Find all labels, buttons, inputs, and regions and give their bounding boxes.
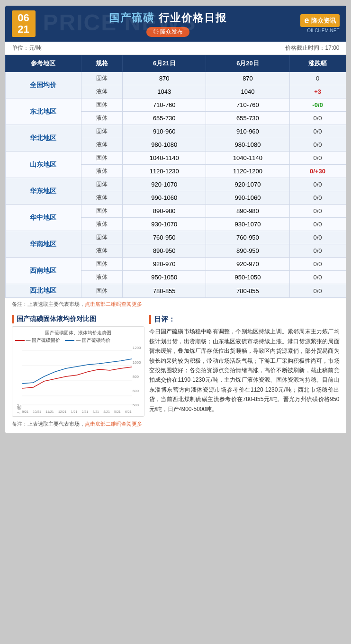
chart-title: 国产硫磺固体液均价对比图 <box>12 315 144 323</box>
commentary-text: 今日国产硫磺市场稳中略有调整，个别地区持续上调。紧邻周末主力炼厂均按计划出货，出… <box>149 327 340 414</box>
price-d21: 655-730 <box>123 112 206 125</box>
price-d20: 910-960 <box>206 125 289 138</box>
price-d21: 890-950 <box>123 244 206 258</box>
th-spec: 规格 <box>81 55 123 72</box>
price-d20: 1040-1140 <box>206 152 289 165</box>
legend-solid-label: — 国产硫磺固价 <box>26 337 61 344</box>
price-change: 0/0 <box>289 205 346 218</box>
table-row: 山东地区固体1040-11401040-11400/0 <box>5 152 346 165</box>
table-note-text: 备注：上表选取主要代表市场， <box>12 301 85 307</box>
price-change: +3 <box>289 85 346 98</box>
spec-cell: 液体 <box>81 165 123 178</box>
table-note-link[interactable]: 点击底部二维码查阅更多 <box>85 301 142 307</box>
th-change: 涨跌幅 <box>289 55 346 72</box>
logo-box: e 隆众资讯 <box>300 14 339 27</box>
price-d21: 930-1070 <box>123 218 206 231</box>
region-cell: 东北地区 <box>5 98 81 125</box>
table-note: 备注：上表选取主要代表市场，点击底部二维码查阅更多 <box>5 298 346 310</box>
title-part2: 行业价格日报 <box>159 12 227 24</box>
date-box: 06 21 <box>12 10 36 37</box>
chart-svg-wrapper: 9/21 10/21 11/21 12/21 1/21 2/21 3/21 4/… <box>22 346 132 413</box>
price-change: 0/0 <box>289 112 346 125</box>
spec-cell: 液体 <box>81 138 123 152</box>
region-cell: 西北地区 <box>5 284 81 298</box>
bottom-note-text: 备注：上表选取主要代表市场， <box>12 421 85 427</box>
price-d21: 780-855 <box>123 284 206 298</box>
price-d20: 980-1080 <box>206 138 289 152</box>
price-d20: 890-950 <box>206 244 289 258</box>
time-text: 价格截止时间：17:00 <box>285 44 339 52</box>
price-d20: 990-1060 <box>206 191 289 205</box>
table-header-row: 参考地区 规格 6月21日 6月20日 涨跌幅 <box>5 55 346 72</box>
bottom-section: 国产硫磺固体液均价对比图 国产硫磺固体、液体均价走势图 — 国产硫磺固价 — 国… <box>5 310 346 417</box>
price-change: -0/0 <box>289 98 346 112</box>
region-cell: 华南地区 <box>5 231 81 258</box>
price-d20: 760-950 <box>206 231 289 244</box>
price-change: 0/+30 <box>289 165 346 178</box>
chart-legend: — 国产硫磺固价 — 国产硫磺均价 <box>15 337 141 344</box>
logo-sub: OILCHEM.NET <box>307 28 339 33</box>
chart-inner: 元/吨 <box>15 346 141 413</box>
region-cell: 华东地区 <box>5 178 81 205</box>
th-region: 参考地区 <box>5 55 81 72</box>
table-row: 华北地区固体910-960910-9600/0 <box>5 125 346 138</box>
spec-cell: 固体 <box>81 284 123 298</box>
th-d20: 6月20日 <box>206 55 289 72</box>
main-card: 06 21 PRICE NEWS 国产硫磺 行业价格日报 ◎ 隆众发布 e 隆众… <box>5 6 346 433</box>
spec-cell: 液体 <box>81 271 123 284</box>
spec-cell: 固体 <box>81 205 123 218</box>
spec-cell: 固体 <box>81 178 123 191</box>
th-d21: 6月21日 <box>123 55 206 72</box>
chart-container: 国产硫磺固体、液体均价走势图 — 国产硫磺固价 — 国产硫磺均价 元/吨 <box>12 326 144 417</box>
chart-y-unit: 元/吨 <box>15 346 22 413</box>
price-change: 0/0 <box>289 244 346 258</box>
region-cell: 全国均价 <box>5 72 81 98</box>
commentary-title: 日评： <box>149 315 340 324</box>
chart-area: 国产硫磺固体液均价对比图 国产硫磺固体、液体均价走势图 — 国产硫磺固价 — 国… <box>12 315 144 417</box>
price-d20: 930-1070 <box>206 218 289 231</box>
price-d21: 990-1060 <box>123 191 206 205</box>
chart-y-labels: 1200 1000 800 600 500 <box>132 346 141 407</box>
price-d20: 1040 <box>206 85 289 98</box>
price-chart-svg <box>22 346 132 407</box>
price-d21: 910-960 <box>123 125 206 138</box>
region-cell: 华中地区 <box>5 205 81 231</box>
price-d20: 710-760 <box>206 98 289 112</box>
price-d21: 760-950 <box>123 231 206 244</box>
header: 06 21 PRICE NEWS 国产硫磺 行业价格日报 ◎ 隆众发布 e 隆众… <box>5 6 346 42</box>
price-change: 0/0 <box>289 125 346 138</box>
spec-cell: 固体 <box>81 72 123 85</box>
spec-cell: 固体 <box>81 98 123 112</box>
price-d20: 780-855 <box>206 284 289 298</box>
price-d20: 950-1050 <box>206 271 289 284</box>
logo-e-icon: e <box>304 16 309 26</box>
chart-x-labels: 9/21 10/21 11/21 12/21 1/21 2/21 3/21 4/… <box>22 410 132 413</box>
price-d21: 870 <box>123 72 206 85</box>
legend-liquid-color <box>65 340 74 341</box>
price-change: 0/0 <box>289 191 346 205</box>
table-row: 西北地区固体780-855780-8550/0 <box>5 284 346 298</box>
spec-cell: 固体 <box>81 152 123 165</box>
region-cell: 华北地区 <box>5 125 81 152</box>
table-row: 华东地区固体920-1070920-10700/0 <box>5 178 346 191</box>
price-change: 0/0 <box>289 231 346 244</box>
title-part1: 国产硫磺 <box>109 12 154 24</box>
price-d21: 1040-1140 <box>123 152 206 165</box>
price-d21: 950-1050 <box>123 271 206 284</box>
spec-cell: 液体 <box>81 85 123 98</box>
bottom-note: 备注：上表选取主要代表市场，点击底部二维码查阅更多 <box>5 417 346 428</box>
spec-cell: 液体 <box>81 218 123 231</box>
price-d21: 1120-1230 <box>123 165 206 178</box>
region-cell: 西南地区 <box>5 258 81 284</box>
price-change: 0/0 <box>289 284 346 298</box>
price-change: 0/0 <box>289 218 346 231</box>
price-d21: 920-970 <box>123 258 206 271</box>
bottom-note-link[interactable]: 点击底部二维码查阅更多 <box>85 421 142 427</box>
price-d21: 890-980 <box>123 205 206 218</box>
header-subtitle: ◎ 隆众发布 <box>146 27 189 37</box>
table-row: 东北地区固体710-760710-760-0/0 <box>5 98 346 112</box>
price-d21: 710-760 <box>123 98 206 112</box>
table-row: 华南地区固体760-950760-9500/0 <box>5 231 346 244</box>
legend-liquid: — 国产硫磺均价 <box>65 337 110 344</box>
price-d20: 655-730 <box>206 112 289 125</box>
